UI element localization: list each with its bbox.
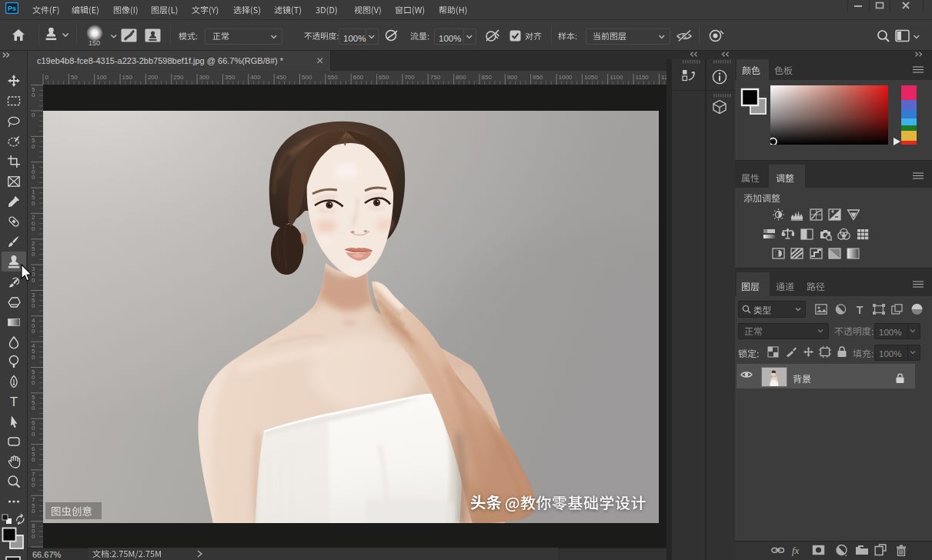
svg-text:100: 100 <box>96 74 107 81</box>
svg-text:700: 700 <box>404 74 415 81</box>
svg-text:900: 900 <box>507 74 518 81</box>
svg-text:T: T <box>857 304 864 315</box>
svg-text:250: 250 <box>173 74 184 81</box>
svg-text:0: 0 <box>32 354 35 361</box>
svg-text:750: 750 <box>430 74 441 81</box>
svg-text:550: 550 <box>327 74 338 81</box>
svg-text:0: 0 <box>32 405 35 412</box>
svg-text:0: 0 <box>32 174 35 181</box>
svg-text:1150: 1150 <box>636 74 650 81</box>
svg-text:50: 50 <box>71 74 78 81</box>
svg-text:0: 0 <box>32 533 35 540</box>
svg-text:0: 0 <box>32 251 35 258</box>
svg-text:150: 150 <box>122 74 133 81</box>
svg-text:0: 0 <box>32 482 35 488</box>
svg-text:800: 800 <box>456 74 466 81</box>
svg-text:0: 0 <box>32 302 35 309</box>
svg-text:1200: 1200 <box>661 74 666 81</box>
svg-text:fx: fx <box>792 545 800 556</box>
svg-text:T: T <box>10 395 18 408</box>
svg-text:500: 500 <box>302 74 312 81</box>
svg-text:0: 0 <box>32 112 35 118</box>
svg-text:0: 0 <box>32 143 35 150</box>
svg-text:1000: 1000 <box>559 74 573 81</box>
svg-text:0: 0 <box>32 92 35 98</box>
svg-text:0: 0 <box>32 200 35 207</box>
svg-text:600: 600 <box>353 74 364 81</box>
svg-text:1100: 1100 <box>610 74 623 81</box>
svg-text:0: 0 <box>32 456 35 463</box>
svg-text:350: 350 <box>225 74 236 81</box>
svg-text:200: 200 <box>148 74 159 81</box>
svg-text:0: 0 <box>32 328 35 335</box>
svg-text:0: 0 <box>32 379 35 386</box>
svg-text:0: 0 <box>32 431 35 438</box>
svg-text:Ps: Ps <box>8 5 16 12</box>
svg-text:400: 400 <box>250 74 261 81</box>
svg-text:0: 0 <box>32 508 35 515</box>
svg-text:0: 0 <box>45 74 49 81</box>
svg-text:450: 450 <box>276 74 287 81</box>
svg-text:650: 650 <box>379 74 389 81</box>
svg-text:0: 0 <box>32 225 35 232</box>
svg-text:300: 300 <box>199 74 210 81</box>
svg-text:950: 950 <box>533 74 543 81</box>
svg-text:1050: 1050 <box>584 74 598 81</box>
svg-text:850: 850 <box>482 74 493 81</box>
